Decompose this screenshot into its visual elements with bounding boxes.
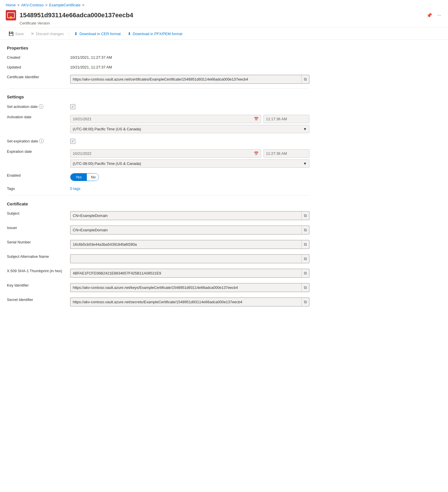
issuer-input: CN=ExampleDomain ⧉ [70,226,309,234]
activation-date-row: Activation date 10/21/2021 📅 11:17:36 AM… [7,113,309,133]
activation-calendar-icon: 📅 [254,117,259,121]
set-activation-row: Set activation date i [7,103,309,109]
breadcrumb-home[interactable]: Home [6,3,16,7]
breadcrumb-cert[interactable]: ExampleCertificate [49,3,81,7]
set-expiration-row: Set expiration date i [7,137,309,144]
cert-id-value: https://akv-contoso.vault.azure.net/cert… [70,73,309,84]
key-id-label: Key Identifier [7,282,70,287]
thumbprint-input: 4BFAE1FCFD36B2421E8834657F425B11A08521E9… [70,269,309,278]
breadcrumb-sep-3: > [82,3,84,7]
enabled-label: Enabled [7,172,70,178]
enabled-toggle[interactable]: Yes No [70,173,99,181]
secret-id-row: Secret Identifier https://akv-contoso.va… [7,296,309,306]
activation-date-value: 10/21/2021 📅 11:17:36 AM (UTC-08:00) Pac… [70,113,309,133]
created-field-row: Created 10/21/2021, 11:27:37 AM [7,54,309,60]
issuer-copy-button[interactable]: ⧉ [301,226,309,234]
discard-icon: ✕ [31,31,34,36]
activation-date-input[interactable]: 10/21/2021 📅 [70,115,261,123]
save-button[interactable]: 💾 Save [6,30,27,38]
subject-label: Subject [7,210,70,216]
updated-value: 10/21/2021, 11:27:37 AM [70,64,309,69]
toggle-yes[interactable]: Yes [70,173,87,181]
page-subtitle: Certificate Version [0,21,448,28]
certificate-section-title: Certificate [7,201,309,206]
expiration-tz-chevron-icon: ▼ [303,161,307,166]
san-label: Subject Alternative Name [7,253,70,259]
serial-label: Serial Number [7,239,70,244]
thumbprint-value: 4BFAE1FCFD36B2421E8834657F425B11A08521E9… [70,267,309,278]
subject-input: CN=ExampleDomain ⧉ [70,211,309,220]
download-pfx-icon: ⬇ [128,31,131,36]
issuer-value: CN=ExampleDomain ⧉ [70,224,309,234]
activation-tz-select[interactable]: (UTC-08:00) Pacific Time (US & Canada) ▼ [70,125,309,133]
main-content: Properties Created 10/21/2021, 11:27:37 … [0,40,316,316]
download-cer-icon: ⬇ [74,31,78,36]
header-actions: 📌 ··· [425,12,442,19]
more-icon[interactable]: ··· [436,12,442,19]
download-cer-button[interactable]: ⬇ Download in CER format [71,30,123,38]
expiration-tz-select[interactable]: (UTC-08:00) Pacific Time (US & Canada) ▼ [70,159,309,168]
activation-checkbox[interactable] [70,104,75,109]
toggle-no[interactable]: No [87,173,99,181]
breadcrumb-sep-1: > [18,3,20,7]
secret-id-input: https://akv-contoso.vault.azure.net/secr… [70,298,309,306]
activation-time-input[interactable]: 11:17:36 AM [263,115,309,123]
toolbar-separator [69,31,69,37]
key-id-value: https://akv-contoso.vault.azure.net/keys… [70,282,309,292]
cert-id-copy-button[interactable]: ⧉ [301,75,309,83]
toolbar: 💾 Save ✕ Discard changes ⬇ Download in C… [0,28,448,40]
divider-1 [7,88,309,89]
settings-section-title: Settings [7,94,309,99]
updated-label: Updated [7,64,70,69]
issuer-label: Issuer [7,224,70,230]
save-icon: 💾 [9,31,14,36]
tags-row: Tags 0 tags [7,185,309,191]
expiration-time-input[interactable]: 11:27:36 AM [263,149,309,158]
expiration-checkbox[interactable] [70,139,75,144]
san-row: Subject Alternative Name ⧉ [7,253,309,263]
set-expiration-label: Set expiration date i [7,137,70,143]
pin-icon[interactable]: 📌 [425,12,433,19]
download-pfx-button[interactable]: ⬇ Download in PFX/PEM format [125,30,185,38]
created-label: Created [7,54,70,60]
key-id-input: https://akv-contoso.vault.azure.net/keys… [70,283,309,292]
serial-input: 16c6b5cb03e44a3ba5439184fa6f280a ⧉ [70,240,309,249]
expiration-calendar-icon: 📅 [254,151,259,156]
expiration-date-label: Expiration date [7,148,70,154]
san-value: ⧉ [70,253,309,263]
activation-info-icon[interactable]: i [39,104,43,109]
expiration-date-input[interactable]: 10/21/2022 📅 [70,149,261,158]
activation-tz-chevron-icon: ▼ [303,127,307,131]
key-id-row: Key Identifier https://akv-contoso.vault… [7,282,309,292]
discard-button[interactable]: ✕ Discard changes [28,30,67,38]
set-expiration-value [70,137,309,144]
thumbprint-row: X.509 SHA-1 Thumbprint (in hex) 4BFAE1FC… [7,267,309,278]
thumbprint-copy-button[interactable]: ⧉ [301,269,309,277]
san-copy-button[interactable]: ⧉ [301,255,309,263]
tags-value: 0 tags [70,185,309,191]
cert-id-input: https://akv-contoso.vault.azure.net/cert… [70,75,309,84]
activation-date-time: 10/21/2021 📅 11:17:36 AM [70,115,309,123]
key-id-copy-button[interactable]: ⧉ [301,283,309,292]
expiration-date-row: Expiration date 10/21/2022 📅 11:27:36 AM… [7,148,309,168]
expiration-info-icon[interactable]: i [39,139,44,143]
created-value: 10/21/2021, 11:27:37 AM [70,54,309,60]
secret-id-copy-button[interactable]: ⧉ [301,298,309,306]
subject-row: Subject CN=ExampleDomain ⧉ [7,210,309,220]
san-input: ⧉ [70,254,309,263]
tags-link[interactable]: 0 tags [70,186,80,191]
enabled-value: Yes No [70,172,309,181]
subject-copy-button[interactable]: ⧉ [301,211,309,220]
activation-date-label: Activation date [7,113,70,119]
enabled-row: Enabled Yes No [7,172,309,181]
properties-section-title: Properties [7,45,309,50]
divider-2 [7,195,309,196]
tags-label: Tags [7,185,70,191]
page-header: 1548951d93114e66adca000e137eecb4 📌 ··· [0,8,448,21]
expiration-checkbox-row [70,139,309,144]
updated-field-row: Updated 10/21/2021, 11:27:37 AM [7,64,309,69]
serial-copy-button[interactable]: ⧉ [301,240,309,249]
breadcrumb-akv[interactable]: AKV-Contoso [21,3,44,7]
cert-icon [6,10,16,20]
page-title: 1548951d93114e66adca000e137eecb4 [20,12,422,19]
